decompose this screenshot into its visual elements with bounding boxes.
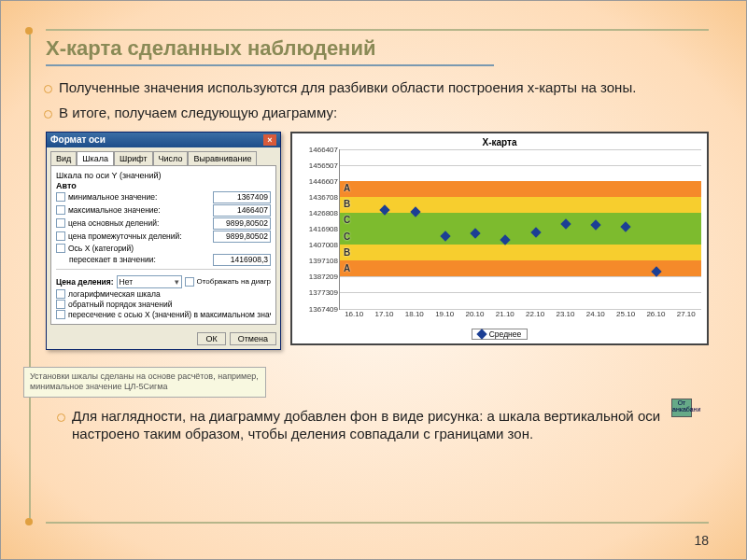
dialog-buttons: ОК Отмена <box>47 329 280 349</box>
zone-band: B <box>340 245 701 260</box>
field-label: Ось X (категорий) <box>68 244 271 253</box>
row-cross: пересекает в значении: <box>56 254 271 266</box>
zone-label: C <box>344 215 350 225</box>
y-tick: 1446607 <box>297 176 338 185</box>
row-major: цена основных делений: <box>56 217 271 230</box>
row-min: минимальное значение: <box>56 191 271 203</box>
x-tick: 21.10 <box>490 310 520 323</box>
bullets-top: Полученные значения используются для раз… <box>46 79 709 122</box>
checkbox[interactable] <box>56 231 65 241</box>
y-tick: 1407008 <box>297 241 338 249</box>
x-tick: 16.10 <box>339 310 369 323</box>
check-row: пересечение с осью X (значений) в максим… <box>56 310 271 319</box>
y-tick: 1466407 <box>297 145 338 153</box>
max-input[interactable] <box>213 204 271 217</box>
major-input[interactable] <box>213 217 271 230</box>
page-number: 18 <box>694 533 709 548</box>
checkbox[interactable] <box>56 218 65 228</box>
checkbox[interactable] <box>56 205 65 215</box>
y-tick: 1456507 <box>297 161 338 169</box>
section-label: Шкала по оси Y (значений) <box>56 171 271 180</box>
x-tick: 23.10 <box>550 310 580 323</box>
legend: Среднее <box>298 325 701 342</box>
x-tick: 24.10 <box>581 310 611 323</box>
checkbox[interactable] <box>56 289 65 299</box>
field-label: Отображать на диаграмме <box>197 277 271 286</box>
corner-dot-icon <box>25 27 33 35</box>
picture-icon: От анкабани <box>671 399 692 417</box>
bullets-bottom: Для наглядности, на диаграмму добавлен ф… <box>59 408 699 451</box>
zone-label: B <box>344 199 350 209</box>
check-row: обратный порядок значений <box>56 300 271 309</box>
figure-row: Формат оси × Вид Шкала Шрифт Число Вырав… <box>46 132 709 350</box>
close-icon[interactable]: × <box>263 134 276 146</box>
check-row: логарифмическая шкала <box>56 289 271 299</box>
x-tick: 22.10 <box>520 310 550 323</box>
checkbox[interactable] <box>56 300 65 309</box>
slide: X-карта сделанных наблюдений Полученные … <box>0 0 747 560</box>
field-label: минимальное значение: <box>68 192 210 202</box>
zone-band: C <box>340 213 701 229</box>
row-max: максимальное значение: <box>56 204 271 217</box>
auto-label: Авто <box>56 181 271 190</box>
checkbox[interactable] <box>185 277 194 287</box>
bullet-item: Полученные значения используются для раз… <box>59 79 709 97</box>
dialog-body: Шкала по оси Y (значений) Авто минимальн… <box>50 165 276 325</box>
cross-input[interactable] <box>213 254 271 266</box>
tab-align[interactable]: Выравнивание <box>188 151 257 165</box>
x-tick: 26.10 <box>641 310 670 323</box>
tab-view[interactable]: Вид <box>50 151 77 165</box>
field-label: цена основных делений: <box>68 218 210 228</box>
note-box: Установки шкалы сделаны на основе расчёт… <box>23 367 266 398</box>
field-label: пересечение с осью X (значений) в максим… <box>68 310 271 319</box>
field-label: пересекает в значении: <box>56 255 210 264</box>
row-axisx: Ось X (категорий) <box>56 244 271 253</box>
chart-title: X-карта <box>298 137 701 147</box>
tab-font[interactable]: Шрифт <box>114 151 153 165</box>
x-tick: 18.10 <box>400 310 430 323</box>
price-select[interactable]: Нет <box>117 275 182 288</box>
ok-button[interactable]: ОК <box>197 332 225 345</box>
bullet-item: В итоге, получаем следующую диаграмму: <box>59 105 709 122</box>
zone-label: A <box>344 183 350 193</box>
checkbox[interactable] <box>56 310 65 319</box>
zone-label: C <box>344 231 350 242</box>
tab-number[interactable]: Число <box>153 151 189 165</box>
cancel-button[interactable]: Отмена <box>230 332 276 345</box>
dialog-titlebar: Формат оси × <box>47 133 280 147</box>
x-tick: 19.10 <box>430 310 459 323</box>
y-tick: 1436708 <box>297 192 338 201</box>
dialog-title: Формат оси <box>50 134 106 145</box>
x-tick: 27.10 <box>671 310 701 323</box>
checkbox[interactable] <box>56 192 65 202</box>
zone-label: A <box>344 263 350 273</box>
diamond-icon <box>476 329 486 339</box>
corner-dot-icon <box>25 518 33 525</box>
tab-scale[interactable]: Шкала <box>77 151 114 165</box>
zone-band: B <box>340 197 701 213</box>
y-tick: 1377309 <box>297 288 338 297</box>
page-title: X-карта сделанных наблюдений <box>46 36 494 66</box>
dialog-tabs: Вид Шкала Шрифт Число Выравнивание <box>47 147 280 165</box>
x-tick: 25.10 <box>611 310 641 323</box>
x-tick: 17.10 <box>369 310 399 323</box>
y-tick: 1426808 <box>297 208 338 217</box>
field-label: максимальное значение: <box>68 205 210 215</box>
field-label: логарифмическая шкала <box>68 289 271 299</box>
y-tick: 1367409 <box>297 304 338 313</box>
legend-entry: Среднее <box>472 329 529 340</box>
bullet-item: Для наглядности, на диаграмму добавлен ф… <box>72 408 699 443</box>
field-label: обратный порядок значений <box>68 300 271 309</box>
zone-band: C <box>340 229 701 245</box>
checkbox[interactable] <box>56 244 65 253</box>
min-input[interactable] <box>213 191 271 203</box>
legend-label: Среднее <box>489 329 522 339</box>
y-tick: 1397108 <box>297 257 338 265</box>
y-tick: 1387209 <box>297 273 338 281</box>
minor-input[interactable] <box>213 231 271 243</box>
field-label: цена промежуточных делений: <box>68 231 210 241</box>
y-tick: 1416908 <box>297 225 338 233</box>
format-axis-dialog: Формат оси × Вид Шкала Шрифт Число Вырав… <box>46 132 281 350</box>
zone-label: B <box>344 247 350 258</box>
x-tick: 20.10 <box>459 310 489 323</box>
